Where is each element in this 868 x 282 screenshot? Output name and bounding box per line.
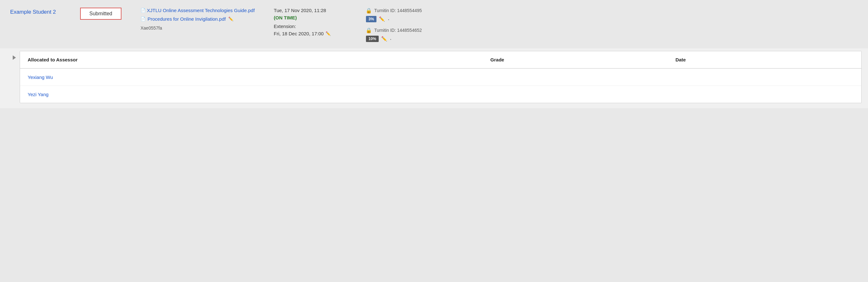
turnitin-percent-badge-1[interactable]: 3%: [366, 16, 376, 22]
turnitin-id1-label: Turnitin ID: 1448554495: [374, 8, 422, 13]
extension-datetime-value: Fri, 18 Dec 2020, 17:00: [274, 31, 324, 36]
file2-icon: 📄: [141, 17, 145, 22]
submission-datetime: Tue, 17 Nov 2020, 11:28: [274, 8, 347, 13]
assessor-table: Allocated to Assessor Grade Date Yexiang…: [20, 51, 861, 103]
turnitin-actions-1: 3% ✏️ ·: [366, 16, 436, 22]
file2-edit-icon[interactable]: ✏️: [228, 17, 234, 21]
on-time-badge: (ON TIME): [274, 15, 347, 20]
file1-icon: 📄: [141, 8, 145, 13]
file1-link[interactable]: 📄 XJTLU Online Assessment Technologies G…: [141, 8, 255, 13]
file2-name: Procedures for Online Invigilation.pdf: [148, 16, 226, 22]
file1-name: XJTLU Online Assessment Technologies Gui…: [147, 8, 255, 13]
status-box: Submitted: [80, 8, 121, 20]
turnitin-section: 🔒 Turnitin ID: 1448554495 3% ✏️ · 🔒 Turn…: [366, 8, 436, 42]
turnitin-row-1: 🔒 Turnitin ID: 1448554495 3% ✏️ ·: [366, 8, 436, 22]
date-cell: [668, 86, 861, 103]
xae-code: Xae0557fa: [141, 25, 255, 31]
turnitin-id2-label: Turnitin ID: 1448554652: [374, 28, 422, 33]
grade-cell: [483, 86, 668, 103]
turnitin-icon-1: 🔒: [366, 8, 372, 13]
turnitin-actions-2: 10% ✏️ ·: [366, 36, 436, 42]
col-assessor-header: Allocated to Assessor: [20, 51, 483, 68]
submission-row: Example Student 2 Submitted 📄 XJTLU Onli…: [0, 0, 868, 48]
datetime-section: Tue, 17 Nov 2020, 11:28 (ON TIME) Extens…: [274, 8, 347, 36]
col-grade-header: Grade: [483, 51, 668, 68]
files-section: 📄 XJTLU Online Assessment Technologies G…: [141, 8, 255, 31]
table-row: Yezi Yang: [20, 86, 861, 103]
turnitin-edit-icon-1[interactable]: ✏️: [379, 16, 385, 22]
assessor-cell[interactable]: Yexiang Wu: [20, 68, 483, 86]
turnitin-icon-2: 🔒: [366, 27, 372, 33]
turnitin-percent-badge-2[interactable]: 10%: [366, 36, 379, 42]
turnitin-dot-icon-2[interactable]: ·: [390, 36, 392, 42]
file2-link[interactable]: Procedures for Online Invigilation.pdf: [148, 16, 226, 22]
turnitin-row-2: 🔒 Turnitin ID: 1448554652 10% ✏️ ·: [366, 27, 436, 42]
file2-row: 📄 Procedures for Online Invigilation.pdf…: [141, 16, 255, 22]
extension-date: Fri, 18 Dec 2020, 17:00 ✏️: [274, 31, 347, 36]
subtable-container: Allocated to Assessor Grade Date Yexiang…: [0, 48, 868, 108]
file1-row: 📄 XJTLU Online Assessment Technologies G…: [141, 8, 255, 13]
extension-label: Extension:: [274, 24, 347, 29]
extension-edit-icon[interactable]: ✏️: [326, 31, 331, 36]
turnitin-dot-icon-1[interactable]: ·: [388, 16, 390, 22]
turnitin-header-2: 🔒 Turnitin ID: 1448554652: [366, 27, 436, 33]
table-row: Yexiang Wu: [20, 68, 861, 86]
turnitin-header-1: 🔒 Turnitin ID: 1448554495: [366, 8, 436, 13]
col-date-header: Date: [668, 51, 861, 68]
date-cell: [668, 68, 861, 86]
expand-arrow-icon[interactable]: [13, 55, 16, 60]
student-name[interactable]: Example Student 2: [10, 8, 67, 15]
turnitin-edit-icon-2[interactable]: ✏️: [381, 36, 387, 42]
assessor-table-wrapper: Allocated to Assessor Grade Date Yexiang…: [20, 51, 862, 103]
grade-cell: [483, 68, 668, 86]
assessor-cell[interactable]: Yezi Yang: [20, 86, 483, 103]
